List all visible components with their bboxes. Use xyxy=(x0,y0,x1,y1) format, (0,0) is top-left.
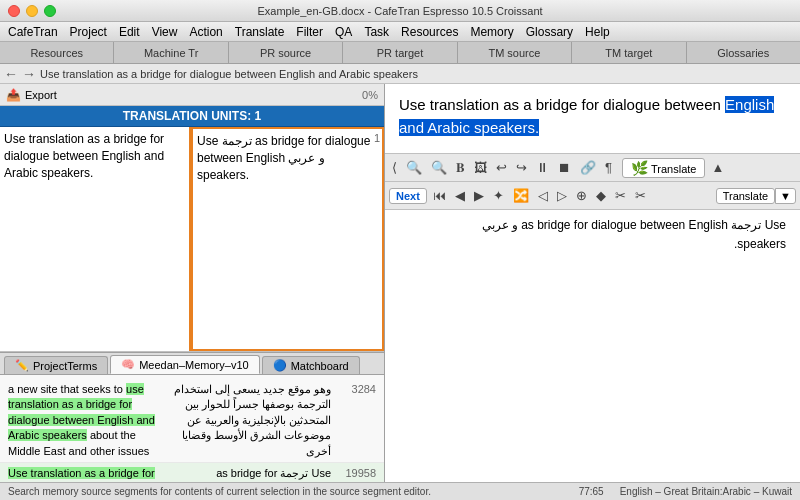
fwd-icon[interactable]: ▶ xyxy=(471,187,487,204)
next-button[interactable]: Next xyxy=(389,188,427,204)
translate-dropdown[interactable]: ▼ xyxy=(775,188,796,204)
tab-project-terms-label: ProjectTerms xyxy=(33,360,97,372)
maximize-button[interactable] xyxy=(44,5,56,17)
result-target-1: وهو موقع جديد يسعى إلى استخدام الترجمة ب… xyxy=(174,382,332,459)
tab-matchboard-label: Matchboard xyxy=(291,360,349,372)
menu-translate[interactable]: Translate xyxy=(235,25,285,39)
bold-icon[interactable]: 𝐁 xyxy=(453,159,468,177)
left-panel: 📤 Export 0% TRANSLATION UNITS: 1 Use tra… xyxy=(0,84,385,482)
tab-glossaries[interactable]: Glossaries xyxy=(687,42,800,63)
link-icon[interactable]: 🔗 xyxy=(577,159,599,176)
matchboard-icon: 🔵 xyxy=(273,359,287,372)
translate-button-1[interactable]: 🌿Translate xyxy=(622,158,705,178)
minimize-button[interactable] xyxy=(26,5,38,17)
paragraph-icon[interactable]: ¶ xyxy=(602,159,615,176)
prev-icon[interactable]: ◀ xyxy=(452,187,468,204)
status-right: 77:65 English – Great Britain:Arabic – K… xyxy=(579,486,792,497)
window-title: Example_en-GB.docx - CafeTran Espresso 1… xyxy=(257,5,542,17)
menu-bar: CafeTran Project Edit View Action Transl… xyxy=(0,22,800,42)
tu-target-number: 1 xyxy=(374,131,380,146)
stop-icon[interactable]: ⏹ xyxy=(555,159,574,176)
scissors-icon-1[interactable]: ✂ xyxy=(612,187,629,204)
image-icon[interactable]: 🖼 xyxy=(471,159,490,176)
redo-icon[interactable]: ↪ xyxy=(513,159,530,176)
bottom-tab-bar: ✏️ ProjectTerms 🧠 Meedan–Memory–v10 🔵 Ma… xyxy=(0,353,384,375)
toolbar-row-2: Next ⏮ ◀ ▶ ✦ 🔀 ◁ ▷ ⊕ ◆ ✂ ✂ Translate ▼ xyxy=(385,182,800,210)
pause-icon[interactable]: ⏸ xyxy=(533,159,552,176)
right-panel: Use translation as a bridge for dialogue… xyxy=(385,84,800,482)
translate-button-2[interactable]: Translate xyxy=(716,188,775,204)
rewind-icon[interactable]: ⏮ xyxy=(430,187,449,204)
result-score-1: 3284 xyxy=(331,382,376,459)
nav-path-text: Use translation as a bridge for dialogue… xyxy=(40,68,418,80)
menu-resources[interactable]: Resources xyxy=(401,25,458,39)
main-tab-bar: Resources Machine Tr PR source PR target… xyxy=(0,42,800,64)
up-icon[interactable]: ▲ xyxy=(708,159,727,176)
result-target-2: Use ترجمة as bridge for dialogue between… xyxy=(174,466,332,482)
result-row-highlight[interactable]: Use translation as a bridge for dialogue… xyxy=(0,463,384,482)
tab-meedan-memory-label: Meedan–Memory–v10 xyxy=(139,359,248,371)
menu-project[interactable]: Project xyxy=(70,25,107,39)
tab-resources[interactable]: Resources xyxy=(0,42,114,63)
result-source-2: Use translation as a bridge for dialogue… xyxy=(8,466,174,482)
menu-view[interactable]: View xyxy=(152,25,178,39)
tri-right-icon[interactable]: ▷ xyxy=(554,187,570,204)
search-results: a new site that seeks to use translation… xyxy=(0,375,384,482)
brain-icon: 🧠 xyxy=(121,358,135,371)
status-language: English – Great Britain:Arabic – Kuwait xyxy=(620,486,792,497)
tab-meedan-memory[interactable]: 🧠 Meedan–Memory–v10 xyxy=(110,355,259,374)
menu-memory[interactable]: Memory xyxy=(470,25,513,39)
menu-edit[interactable]: Edit xyxy=(119,25,140,39)
tu-target-text[interactable]: Use ترجمة as bridge for dialoguebetween … xyxy=(191,127,384,351)
source-segment-display: Use translation as a bridge for dialogue… xyxy=(385,84,800,154)
undo-icon[interactable]: ↩ xyxy=(493,159,510,176)
source-text-part1: Use translation as a bridge for dialogue… xyxy=(399,96,725,113)
tab-tm-target[interactable]: TM target xyxy=(572,42,686,63)
menu-cafetran[interactable]: CafeTran xyxy=(8,25,58,39)
export-percentage: 0% xyxy=(362,89,378,101)
result-score-2: 19958 xyxy=(331,466,376,482)
star-icon[interactable]: ✦ xyxy=(490,187,507,204)
tab-pr-target[interactable]: PR target xyxy=(343,42,457,63)
search-icon-1[interactable]: 🔍 xyxy=(403,159,425,176)
tab-project-terms[interactable]: ✏️ ProjectTerms xyxy=(4,356,108,374)
tab-machine-tr[interactable]: Machine Tr xyxy=(114,42,228,63)
menu-filter[interactable]: Filter xyxy=(296,25,323,39)
title-bar: Example_en-GB.docx - CafeTran Espresso 1… xyxy=(0,0,800,22)
traffic-lights xyxy=(8,5,56,17)
tab-tm-source[interactable]: TM source xyxy=(458,42,572,63)
export-label[interactable]: Export xyxy=(25,89,57,101)
menu-help[interactable]: Help xyxy=(585,25,610,39)
toolbar-row-1: ⟨ 🔍 🔍 𝐁 🖼 ↩ ↪ ⏸ ⏹ 🔗 ¶ 🌿Translate ▲ xyxy=(385,154,800,182)
tri-left-icon[interactable]: ◁ xyxy=(535,187,551,204)
tu-target-content: Use ترجمة as bridge for dialoguebetween … xyxy=(197,134,370,182)
result-row[interactable]: a new site that seeks to use translation… xyxy=(0,379,384,463)
back-icon[interactable]: ⟨ xyxy=(389,159,400,176)
export-bar: 📤 Export 0% xyxy=(0,84,384,106)
search-icon-2[interactable]: 🔍 xyxy=(428,159,450,176)
result-source-1: a new site that seeks to use translation… xyxy=(8,382,174,459)
translate-icon: 🌿 xyxy=(631,160,648,176)
nav-forward-icon[interactable]: → xyxy=(22,66,36,82)
shuffle-icon[interactable]: 🔀 xyxy=(510,187,532,204)
bottom-panel: ✏️ ProjectTerms 🧠 Meedan–Memory–v10 🔵 Ma… xyxy=(0,352,384,482)
nav-back-icon[interactable]: ← xyxy=(4,66,18,82)
nav-bar: ← → Use translation as a bridge for dial… xyxy=(0,64,800,84)
tab-matchboard[interactable]: 🔵 Matchboard xyxy=(262,356,360,374)
menu-qa[interactable]: QA xyxy=(335,25,352,39)
menu-task[interactable]: Task xyxy=(364,25,389,39)
tab-pr-source[interactable]: PR source xyxy=(229,42,343,63)
diamond-icon[interactable]: ◆ xyxy=(593,187,609,204)
menu-glossary[interactable]: Glossary xyxy=(526,25,573,39)
plus-circle-icon[interactable]: ⊕ xyxy=(573,187,590,204)
scissors-icon-2[interactable]: ✂ xyxy=(632,187,649,204)
target-edit-area[interactable]: Use ترجمة as bridge for dialogue between… xyxy=(385,210,800,482)
status-message: Search memory source segments for conten… xyxy=(8,486,431,497)
export-icon: 📤 xyxy=(6,88,21,102)
status-position: 77:65 xyxy=(579,486,604,497)
target-edit-text: Use ترجمة as bridge for dialogue between… xyxy=(482,218,787,251)
menu-action[interactable]: Action xyxy=(189,25,222,39)
translation-unit-row: Use translation as a bridge for dialogue… xyxy=(0,127,384,352)
tu-source-text[interactable]: Use translation as a bridge for dialogue… xyxy=(0,127,191,351)
close-button[interactable] xyxy=(8,5,20,17)
